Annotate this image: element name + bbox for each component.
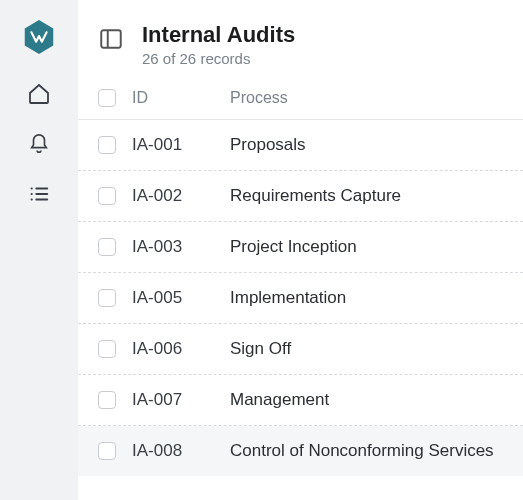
cell-id: IA-008 xyxy=(132,441,230,461)
row-checkbox[interactable] xyxy=(98,391,116,409)
sidebar xyxy=(0,0,78,500)
row-checkbox[interactable] xyxy=(98,238,116,256)
cell-id: IA-007 xyxy=(132,390,230,410)
bell-icon[interactable] xyxy=(27,132,51,156)
cell-process: Control of Nonconforming Services xyxy=(230,441,503,461)
page-title: Internal Audits xyxy=(142,22,295,48)
svg-rect-8 xyxy=(101,30,121,47)
cell-process: Project Inception xyxy=(230,237,503,257)
svg-point-3 xyxy=(31,193,33,195)
table-row[interactable]: IA-003Project Inception xyxy=(78,222,523,273)
row-checkbox[interactable] xyxy=(98,442,116,460)
cell-id: IA-005 xyxy=(132,288,230,308)
column-header-process[interactable]: Process xyxy=(230,89,503,107)
cell-process: Sign Off xyxy=(230,339,503,359)
row-checkbox[interactable] xyxy=(98,136,116,154)
cell-id: IA-002 xyxy=(132,186,230,206)
table-row[interactable]: IA-008Control of Nonconforming Services xyxy=(78,426,523,476)
page-header: Internal Audits 26 of 26 records xyxy=(78,0,523,81)
record-count: 26 of 26 records xyxy=(142,50,295,67)
cell-id: IA-003 xyxy=(132,237,230,257)
table-row[interactable]: IA-001Proposals xyxy=(78,120,523,171)
table-row[interactable]: IA-005Implementation xyxy=(78,273,523,324)
cell-process: Requirements Capture xyxy=(230,186,503,206)
column-header-id[interactable]: ID xyxy=(132,89,230,107)
table-row[interactable]: IA-007Management xyxy=(78,375,523,426)
select-all-checkbox[interactable] xyxy=(98,89,116,107)
table-body: IA-001ProposalsIA-002Requirements Captur… xyxy=(78,120,523,500)
cell-id: IA-001 xyxy=(132,135,230,155)
home-icon[interactable] xyxy=(27,82,51,106)
cell-process: Implementation xyxy=(230,288,503,308)
table-row[interactable]: IA-006Sign Off xyxy=(78,324,523,375)
row-checkbox[interactable] xyxy=(98,187,116,205)
logo-icon[interactable] xyxy=(20,18,58,56)
main-content: Internal Audits 26 of 26 records ID Proc… xyxy=(78,0,523,500)
row-checkbox[interactable] xyxy=(98,340,116,358)
table-row[interactable]: IA-002Requirements Capture xyxy=(78,171,523,222)
column-header-row: ID Process xyxy=(78,81,523,120)
list-icon[interactable] xyxy=(27,182,51,206)
panel-icon xyxy=(98,26,124,52)
svg-point-4 xyxy=(31,198,33,200)
row-checkbox[interactable] xyxy=(98,289,116,307)
cell-process: Management xyxy=(230,390,503,410)
svg-point-2 xyxy=(31,187,33,189)
cell-process: Proposals xyxy=(230,135,503,155)
cell-id: IA-006 xyxy=(132,339,230,359)
